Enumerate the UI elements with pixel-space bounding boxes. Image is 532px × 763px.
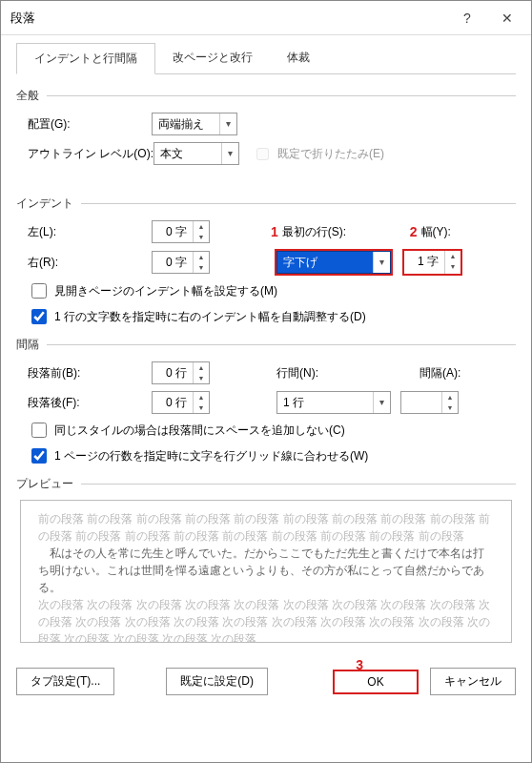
- section-general: 全般: [16, 88, 39, 104]
- ok-button[interactable]: OK: [333, 670, 419, 694]
- width-label: 幅(Y):: [421, 224, 451, 240]
- chevron-down-icon: ▾: [373, 392, 390, 413]
- chevron-down-icon: ▾: [221, 143, 238, 164]
- help-button[interactable]: ?: [447, 5, 487, 31]
- dialog-title: 段落: [10, 10, 447, 27]
- section-spacing: 間隔: [16, 337, 39, 353]
- annotation-1: 1: [271, 224, 278, 239]
- annotation-2: 2: [410, 224, 418, 239]
- chevron-down-icon: ▾: [219, 113, 236, 134]
- line-spacing-label: 行間(N):: [276, 365, 381, 382]
- close-button[interactable]: ✕: [487, 5, 527, 31]
- tab-asian[interactable]: 体裁: [270, 43, 327, 73]
- spacing-at-spinner[interactable]: ▲▼: [400, 391, 459, 414]
- mirror-indent-checkbox[interactable]: [31, 283, 47, 299]
- auto-indent-label: 1 行の文字数を指定時に右のインデント幅を自動調整する(D): [54, 309, 366, 325]
- outline-label: アウトライン レベル(O):: [28, 146, 153, 162]
- chevron-down-icon: ▾: [373, 252, 390, 273]
- section-preview: プレビュー: [16, 476, 73, 492]
- firstline-select[interactable]: 字下げ▾: [276, 251, 391, 274]
- no-space-label: 同じスタイルの場合は段落間にスペースを追加しない(C): [54, 423, 345, 439]
- snap-grid-label: 1 ページの行数を指定時に文字を行グリッド線に合わせる(W): [54, 448, 368, 464]
- space-before-label: 段落前(B):: [28, 365, 152, 382]
- mirror-indent-label: 見開きページのインデント幅を設定する(M): [54, 283, 277, 299]
- indent-left-label: 左(L):: [28, 224, 152, 240]
- no-space-checkbox[interactable]: [31, 423, 47, 438]
- set-default-button[interactable]: 既定に設定(D): [166, 668, 268, 695]
- line-spacing-select[interactable]: 1 行▾: [276, 391, 391, 414]
- indent-left-spinner[interactable]: 0 字▲▼: [152, 220, 210, 243]
- tabs-button[interactable]: タブ設定(T)...: [16, 668, 114, 695]
- space-after-label: 段落後(F):: [28, 395, 152, 411]
- collapse-checkbox[interactable]: [256, 148, 269, 160]
- alignment-label: 配置(G):: [28, 116, 152, 133]
- space-before-spinner[interactable]: 0 行▲▼: [152, 361, 210, 384]
- annotation-3: 3: [356, 657, 363, 672]
- firstline-label: 最初の行(S):: [282, 224, 387, 240]
- tab-page-break[interactable]: 改ページと改行: [155, 43, 270, 73]
- collapse-label: 既定で折りたたみ(E): [277, 146, 384, 162]
- alignment-select[interactable]: 両端揃え▾: [152, 113, 237, 135]
- spacing-at-label: 間隔(A):: [419, 365, 460, 382]
- indent-right-spinner[interactable]: 0 字▲▼: [152, 251, 210, 274]
- width-spinner[interactable]: 1 字▲▼: [404, 251, 460, 274]
- space-after-spinner[interactable]: 0 行▲▼: [152, 391, 210, 414]
- tab-indent-spacing[interactable]: インデントと行間隔: [16, 43, 155, 74]
- auto-indent-checkbox[interactable]: [31, 309, 47, 324]
- outline-select[interactable]: 本文▾: [153, 142, 239, 165]
- preview-pane: 前の段落 前の段落 前の段落 前の段落 前の段落 前の段落 前の段落 前の段落 …: [20, 500, 512, 643]
- snap-grid-checkbox[interactable]: [31, 448, 47, 464]
- section-indent: インデント: [16, 196, 73, 212]
- cancel-button[interactable]: キャンセル: [430, 668, 516, 695]
- indent-right-label: 右(R):: [28, 255, 152, 271]
- tab-strip: インデントと行間隔 改ページと改行 体裁: [16, 43, 516, 74]
